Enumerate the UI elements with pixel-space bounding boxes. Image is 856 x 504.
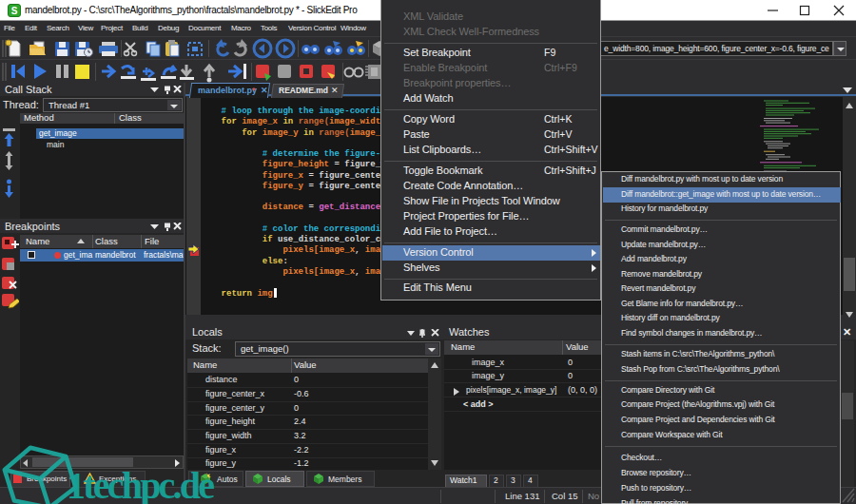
svg-text:1techpc.de: 1techpc.de	[67, 464, 215, 504]
